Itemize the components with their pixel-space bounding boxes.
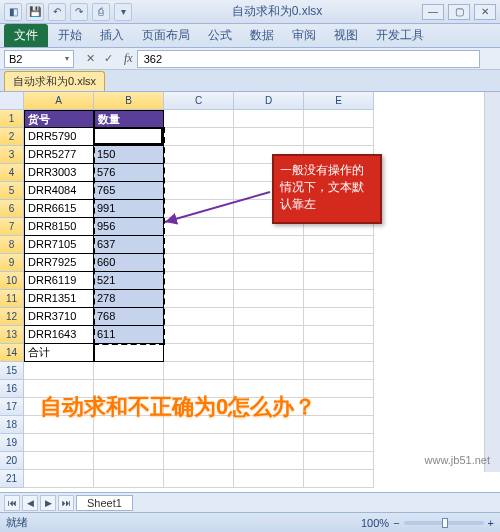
cell-b4[interactable]: 576 (94, 164, 164, 182)
cell-b3[interactable]: 150 (94, 146, 164, 164)
cell-empty[interactable] (304, 326, 374, 344)
cell-a13[interactable]: DRR1643 (24, 326, 94, 344)
cell-empty[interactable] (164, 290, 234, 308)
tab-data[interactable]: 数据 (242, 24, 282, 47)
col-header-b[interactable]: B (94, 92, 164, 110)
col-header-c[interactable]: C (164, 92, 234, 110)
cell-b7[interactable]: 956 (94, 218, 164, 236)
cell-empty[interactable] (304, 470, 374, 488)
cell-empty[interactable] (234, 290, 304, 308)
row-header-17[interactable]: 17 (0, 398, 24, 416)
worksheet-area[interactable]: A B C D E 123456789101112131415161718192… (0, 92, 500, 492)
col-header-d[interactable]: D (234, 92, 304, 110)
cell-empty[interactable] (234, 272, 304, 290)
cell-empty[interactable] (164, 344, 234, 362)
cancel-formula-icon[interactable]: ✕ (82, 51, 98, 67)
cell-empty[interactable] (304, 254, 374, 272)
cell-b13[interactable]: 611 (94, 326, 164, 344)
sheet-tab-sheet1[interactable]: Sheet1 (76, 495, 133, 511)
cell-a5[interactable]: DRR4084 (24, 182, 94, 200)
print-icon[interactable]: ⎙ (92, 3, 110, 21)
tab-formulas[interactable]: 公式 (200, 24, 240, 47)
row-header-21[interactable]: 21 (0, 470, 24, 488)
cell-b12[interactable]: 768 (94, 308, 164, 326)
zoom-control[interactable]: 100% − + (361, 517, 494, 529)
fx-icon[interactable]: fx (120, 51, 137, 66)
cell-empty[interactable] (234, 470, 304, 488)
cell-empty[interactable] (164, 110, 234, 128)
cell-empty[interactable] (24, 434, 94, 452)
cell-b6[interactable]: 991 (94, 200, 164, 218)
row-header-5[interactable]: 5 (0, 182, 24, 200)
row-header-12[interactable]: 12 (0, 308, 24, 326)
cell-b14-total[interactable] (94, 344, 164, 362)
row-header-7[interactable]: 7 (0, 218, 24, 236)
select-all-corner[interactable] (0, 92, 24, 110)
zoom-slider[interactable] (404, 521, 484, 525)
formula-bar[interactable]: 362 (137, 50, 480, 68)
cell-empty[interactable] (24, 470, 94, 488)
cell-b10[interactable]: 521 (94, 272, 164, 290)
cell-empty[interactable] (164, 128, 234, 146)
cell-a3[interactable]: DRR5277 (24, 146, 94, 164)
cell-a11[interactable]: DRR1351 (24, 290, 94, 308)
tab-review[interactable]: 审阅 (284, 24, 324, 47)
row-header-1[interactable]: 1 (0, 110, 24, 128)
row-header-20[interactable]: 20 (0, 452, 24, 470)
file-tab[interactable]: 文件 (4, 24, 48, 47)
chevron-down-icon[interactable]: ▾ (65, 54, 69, 63)
row-header-4[interactable]: 4 (0, 164, 24, 182)
cell-empty[interactable] (164, 308, 234, 326)
cell-b5[interactable]: 765 (94, 182, 164, 200)
cell-empty[interactable] (304, 128, 374, 146)
undo-icon[interactable]: ↶ (48, 3, 66, 21)
cell-a4[interactable]: DRR3003 (24, 164, 94, 182)
zoom-out-icon[interactable]: − (393, 517, 399, 529)
row-header-6[interactable]: 6 (0, 200, 24, 218)
tab-developer[interactable]: 开发工具 (368, 24, 432, 47)
row-header-16[interactable]: 16 (0, 380, 24, 398)
cell-empty[interactable] (164, 200, 234, 218)
cell-empty[interactable] (94, 434, 164, 452)
cell-a6[interactable]: DRR6615 (24, 200, 94, 218)
maximize-button[interactable]: ▢ (448, 4, 470, 20)
cell-a7[interactable]: DRR8150 (24, 218, 94, 236)
cell-empty[interactable] (164, 452, 234, 470)
cell-empty[interactable] (234, 236, 304, 254)
cell-empty[interactable] (234, 434, 304, 452)
cell-empty[interactable] (234, 128, 304, 146)
tab-insert[interactable]: 插入 (92, 24, 132, 47)
row-header-9[interactable]: 9 (0, 254, 24, 272)
row-header-3[interactable]: 3 (0, 146, 24, 164)
cell-empty[interactable] (234, 326, 304, 344)
cell-empty[interactable] (164, 182, 234, 200)
cell-a2[interactable]: DRR5790 (24, 128, 94, 146)
cell-a9[interactable]: DRR7925 (24, 254, 94, 272)
cell-empty[interactable] (164, 236, 234, 254)
row-header-10[interactable]: 10 (0, 272, 24, 290)
cell-empty[interactable] (234, 362, 304, 380)
cell-empty[interactable] (234, 308, 304, 326)
cell-empty[interactable] (304, 434, 374, 452)
cell-empty[interactable] (304, 272, 374, 290)
cell-b8[interactable]: 637 (94, 236, 164, 254)
cell-empty[interactable] (164, 164, 234, 182)
name-box[interactable]: B2 ▾ (4, 50, 74, 68)
cell-empty[interactable] (304, 290, 374, 308)
cell-b11[interactable]: 278 (94, 290, 164, 308)
sheet-nav-last-icon[interactable]: ⏭ (58, 495, 74, 511)
cell-empty[interactable] (304, 308, 374, 326)
cell-empty[interactable] (304, 110, 374, 128)
tab-page-layout[interactable]: 页面布局 (134, 24, 198, 47)
cell-a10[interactable]: DRR6119 (24, 272, 94, 290)
cell-empty[interactable] (24, 362, 94, 380)
cell-empty[interactable] (234, 452, 304, 470)
cell-a12[interactable]: DRR3710 (24, 308, 94, 326)
row-header-13[interactable]: 13 (0, 326, 24, 344)
cell-empty[interactable] (94, 470, 164, 488)
cell-empty[interactable] (164, 362, 234, 380)
cell-b1-header[interactable]: 数量 (94, 110, 164, 128)
cell-b2[interactable]: 362 (94, 128, 164, 146)
app-menu-icon[interactable]: ◧ (4, 3, 22, 21)
cell-empty[interactable] (164, 434, 234, 452)
